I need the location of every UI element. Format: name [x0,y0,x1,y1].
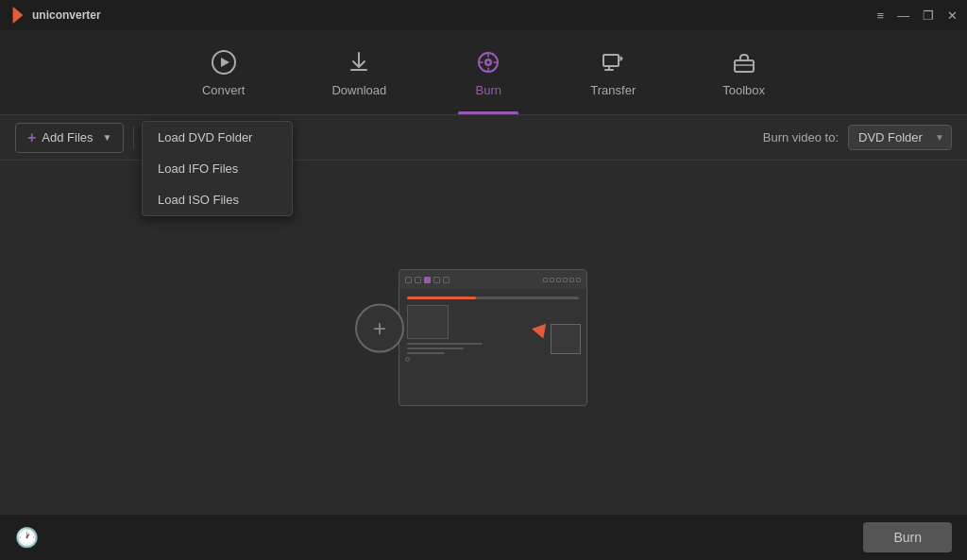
add-files-label: Add Files [42,130,93,144]
top-bar-right [543,278,581,282]
nav-label-download: Download [331,83,386,97]
maximize-button[interactable]: ❐ [923,8,934,23]
top-bar-right-dot-2 [550,278,554,282]
titlebar: uniconverter ≡ — ❐ ✕ [0,0,967,30]
top-bar-right-dot-3 [556,278,561,282]
top-bar-right-dot-6 [576,278,581,282]
toolbar-divider [133,127,134,149]
placeholder-body [399,289,586,367]
top-bar-dots [405,277,450,283]
top-bar-dot-2 [415,277,421,283]
nav-item-download[interactable]: Download [316,40,401,105]
toolbar-right: Burn video to: DVD Folder [763,125,952,150]
app-logo-text: uniconverter [32,8,101,22]
top-bar-dot-3-purple [424,277,431,283]
nav-item-burn[interactable]: Burn [458,40,518,105]
media-line-short [407,352,445,354]
burn-button[interactable]: Burn [863,522,952,552]
svg-rect-6 [735,60,754,72]
cursor-icon [532,324,551,342]
progress-fill [407,297,476,299]
add-files-button[interactable]: + Add Files ▼ [15,123,124,153]
minimize-button[interactable]: — [897,8,909,23]
app-logo-icon [9,7,26,24]
app-logo: uniconverter [9,7,101,24]
top-bar-right-dot-5 [569,278,574,282]
add-circle-plus-icon: + [373,314,386,341]
titlebar-left: uniconverter [9,7,101,24]
plus-icon: + [27,129,36,146]
burn-video-select[interactable]: DVD Folder [848,125,952,150]
bottombar: 🕐 Burn [0,515,967,560]
top-bar-right-dot-1 [543,278,548,282]
dropdown-item-load-dvd-folder[interactable]: Load DVD Folder [143,122,292,153]
nav-label-toolbox: Toolbox [722,83,765,97]
svg-rect-5 [603,55,619,66]
svg-point-4 [487,61,490,64]
download-icon [344,47,374,77]
media-placeholder [399,269,587,406]
top-bar-dot-4 [433,277,440,283]
nav-item-transfer[interactable]: Transfer [575,40,651,105]
convert-icon [209,47,239,77]
burn-icon [473,47,503,77]
nav-label-transfer: Transfer [590,83,636,97]
nav-item-toolbox[interactable]: Toolbox [707,40,780,105]
placeholder-top-bar [399,270,586,289]
top-bar-dot-5 [443,277,450,283]
navbar: Convert Download Burn [0,30,967,115]
dropdown-item-load-iso-files[interactable]: Load ISO Files [143,184,292,215]
add-circle: + [355,303,404,352]
dropdown-item-load-ifo-files[interactable]: Load IFO Files [143,153,292,184]
drop-area-illustration: + [380,269,587,406]
media-thumbnail [407,305,449,339]
transfer-icon [598,47,628,77]
nav-item-convert[interactable]: Convert [187,40,261,105]
nav-label-burn: Burn [476,83,501,97]
toolbox-icon [729,47,759,77]
overlay-box [551,324,581,354]
clock-icon: 🕐 [15,526,39,549]
media-line-long [407,343,483,345]
top-bar-dot-1 [405,277,412,283]
progress-bar [407,297,579,299]
burn-video-select-wrapper[interactable]: DVD Folder [848,125,952,150]
svg-marker-1 [221,58,229,67]
media-line-medium [407,348,464,349]
close-button[interactable]: ✕ [947,8,958,23]
load-dvd-dropdown-menu: Load DVD Folder Load IFO Files Load ISO … [142,121,293,216]
top-bar-right-dot-4 [563,278,568,282]
titlebar-controls: ≡ — ❐ ✕ [876,8,958,23]
menu-icon[interactable]: ≡ [876,8,884,23]
corner-dot [405,357,410,362]
add-files-dropdown-arrow[interactable]: ▼ [103,132,112,143]
nav-label-convert: Convert [202,83,246,97]
burn-video-label: Burn video to: [763,130,839,144]
